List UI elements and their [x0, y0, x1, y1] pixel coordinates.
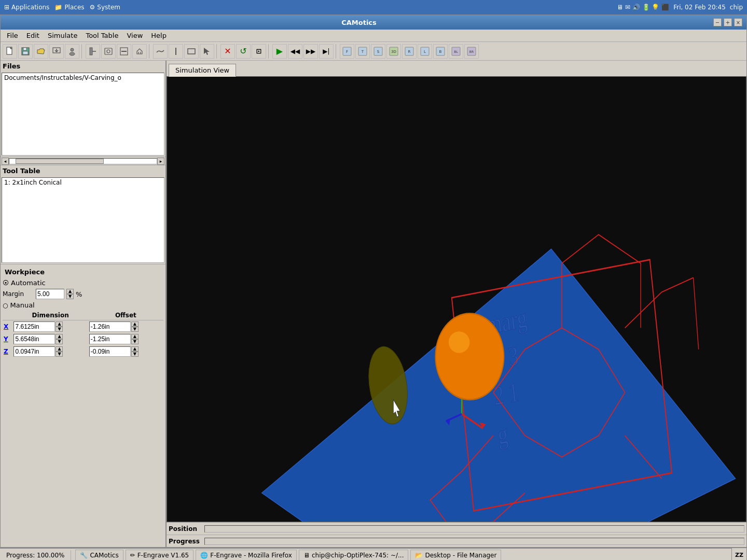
fengrave-icon: ✏	[130, 552, 135, 559]
close-button[interactable]: ×	[734, 18, 742, 26]
y-dim-up[interactable]: ▲	[56, 334, 63, 339]
view-iso-button[interactable]: 3D	[386, 44, 401, 59]
rect-button[interactable]	[184, 44, 199, 59]
places-label: Places	[64, 4, 84, 11]
files-title: Files	[1, 61, 165, 72]
manual-label: Manual	[10, 301, 34, 309]
view-cube5-button[interactable]: R	[402, 44, 417, 59]
y-offset-up[interactable]: ▲	[131, 334, 139, 339]
y-offset-input[interactable]	[89, 334, 131, 344]
system-menu[interactable]: ⚙ System	[90, 4, 121, 11]
z-axis-label[interactable]: Z	[4, 348, 8, 355]
skip-button[interactable]: ▶|	[319, 44, 334, 59]
status-bar: Progress: 100.00% 🔧 CAMotics ✏ F-Engrave…	[0, 548, 747, 560]
view-top-button[interactable]: T	[355, 44, 370, 59]
z-dim-down[interactable]: ▼	[56, 352, 63, 357]
scroll-track[interactable]	[9, 158, 157, 164]
minimize-button[interactable]: −	[713, 18, 722, 26]
places-menu[interactable]: 📁 Places	[54, 4, 84, 11]
x-dim-input[interactable]	[13, 321, 55, 332]
zz-button[interactable]: ZZ	[731, 548, 747, 560]
x-offset-down[interactable]: ▼	[131, 327, 139, 332]
applications-menu[interactable]: ⊞ Applications	[4, 4, 49, 11]
cursor-button[interactable]	[200, 44, 214, 59]
svg-point-59	[435, 314, 504, 400]
col-header-offset: Offset	[88, 311, 163, 320]
automatic-radio[interactable]: ⦿	[3, 279, 9, 287]
svg-rect-10	[90, 48, 92, 55]
view-cube6-button[interactable]: L	[418, 44, 432, 59]
taskbar-terminal[interactable]: 🖥 chip@chip-OptiPlex-745: ~/...	[299, 550, 409, 560]
tool-list: 1: 2x1inch Conical	[2, 177, 164, 263]
taskbar-filemanager[interactable]: 📂 Desktop - File Manager	[410, 550, 501, 560]
open-button[interactable]	[34, 44, 48, 59]
x-dim-down[interactable]: ▼	[56, 327, 63, 332]
svg-text:T: T	[361, 50, 364, 54]
y-offset-down[interactable]: ▼	[131, 339, 139, 344]
scroll-left-btn[interactable]: ◂	[2, 158, 9, 165]
view-cube7-button[interactable]: B	[433, 44, 448, 59]
files-scrollbar-h[interactable]: ◂ ▸	[1, 157, 165, 165]
menu-tool-table[interactable]: Tool Table	[81, 31, 122, 40]
new-button[interactable]	[3, 44, 17, 59]
tool3-button[interactable]	[117, 44, 131, 59]
margin-up[interactable]: ▲	[66, 289, 74, 294]
menu-view[interactable]: View	[122, 31, 147, 40]
viewport[interactable]: marg B 3 2 1 g	[167, 76, 746, 522]
menu-help[interactable]: Help	[147, 31, 171, 40]
z-dim-input[interactable]	[13, 346, 55, 357]
file-entry[interactable]: Documents/Instructables/V-Carving_o	[2, 73, 164, 82]
y-dim-down[interactable]: ▼	[56, 339, 63, 344]
play-button[interactable]: ▶	[272, 44, 287, 59]
save-button[interactable]	[18, 44, 33, 59]
tab-simulation-view[interactable]: Simulation View	[169, 64, 236, 77]
x-offset-input[interactable]	[89, 321, 131, 332]
position-track[interactable]	[204, 525, 744, 533]
scroll-thumb[interactable]	[16, 159, 104, 164]
tool-entry[interactable]: 1: 2x1inch Conical	[2, 178, 164, 187]
z-dim-up[interactable]: ▲	[56, 346, 63, 352]
fastfwd-button[interactable]: ▶▶	[303, 44, 318, 59]
refresh-button[interactable]: ↺	[236, 44, 251, 59]
maximize-button[interactable]: +	[724, 18, 732, 26]
x-dim-up[interactable]: ▲	[56, 321, 63, 327]
applications-label: Applications	[11, 4, 49, 11]
zoomfit-button[interactable]: ⊡	[252, 44, 266, 59]
vline-button[interactable]	[169, 44, 183, 59]
manual-radio[interactable]: ○	[3, 302, 8, 309]
tool2-button[interactable]	[101, 44, 116, 59]
view-side-button[interactable]: S	[371, 44, 385, 59]
download-button[interactable]	[49, 44, 64, 59]
camotics-icon: 🔧	[80, 552, 88, 559]
user-button[interactable]	[65, 44, 79, 59]
toolbar: ✕ ↺ ⊡ ▶ ◀◀ ▶▶ ▶| F T S 3D R L B	[1, 42, 746, 61]
y-dim-input[interactable]	[13, 334, 55, 344]
progress-track[interactable]	[204, 538, 744, 545]
x-offset-up[interactable]: ▲	[131, 321, 139, 327]
taskbar-firefox[interactable]: 🌐 F-Engrave - Mozilla Firefox	[196, 550, 297, 560]
x-dim-cell: ▲ ▼	[13, 321, 87, 332]
taskbar-camotics[interactable]: 🔧 CAMotics	[75, 550, 123, 560]
x-axis-label[interactable]: X	[4, 323, 8, 330]
stop-button[interactable]: ✕	[220, 44, 235, 59]
menu-simulate[interactable]: Simulate	[44, 31, 81, 40]
margin-down[interactable]: ▼	[66, 294, 74, 299]
scroll-right-btn[interactable]: ▸	[157, 158, 164, 165]
menu-file[interactable]: File	[3, 31, 22, 40]
z-offset-down[interactable]: ▼	[131, 352, 139, 357]
z-offset-input[interactable]	[89, 346, 131, 357]
y-row: Y ▲ ▼	[3, 333, 163, 345]
view-cube8-button[interactable]: BL	[449, 44, 463, 59]
wave-button[interactable]	[153, 44, 168, 59]
z-offset-up[interactable]: ▲	[131, 346, 139, 352]
view-front-button[interactable]: F	[340, 44, 354, 59]
tool1-button[interactable]	[86, 44, 100, 59]
y-axis-label[interactable]: Y	[4, 335, 8, 343]
tool4-button[interactable]	[132, 44, 147, 59]
rewind-button[interactable]: ◀◀	[288, 44, 302, 59]
view-cube9-button[interactable]: BR	[464, 44, 479, 59]
system-icon: ⚙	[90, 4, 95, 11]
menu-edit[interactable]: Edit	[22, 31, 44, 40]
margin-input[interactable]	[36, 289, 64, 299]
taskbar-fengrave[interactable]: ✏ F-Engrave V1.65	[126, 550, 194, 560]
